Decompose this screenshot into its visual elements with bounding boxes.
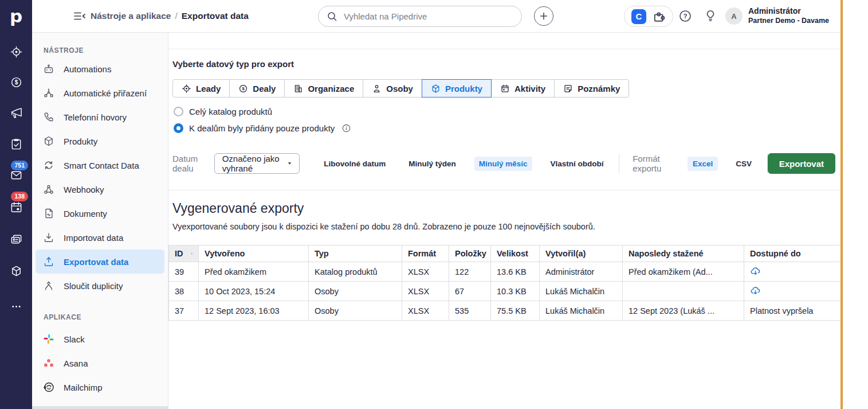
orange-edge-divider bbox=[840, 0, 843, 409]
quick-option-custom-period[interactable]: Vlastní období bbox=[546, 157, 608, 171]
global-search[interactable] bbox=[318, 6, 522, 27]
sort-desc-icon bbox=[191, 250, 193, 258]
cloud-download-icon[interactable] bbox=[750, 266, 761, 277]
page-title: Exportovat data bbox=[182, 11, 249, 21]
sidebar-item-label: Smart Contact Data bbox=[64, 161, 139, 170]
cell-last-downloaded: 12 Sept 2023 (Lukáš ... bbox=[623, 301, 744, 321]
rail-contacts-icon[interactable] bbox=[0, 233, 32, 246]
column-header-size[interactable]: Velikost bbox=[491, 246, 540, 262]
radio-full-catalog[interactable]: Celý katalog produktů bbox=[174, 107, 272, 116]
table-row: 39 Před okamžikem Katalog produktů XLSX … bbox=[169, 262, 841, 282]
phone-icon bbox=[43, 111, 54, 123]
sidebar-item-import-data[interactable]: Importovat data bbox=[36, 225, 164, 250]
rail-mail-icon[interactable] bbox=[0, 169, 32, 182]
sidebar-item-asana[interactable]: Asana bbox=[36, 351, 164, 375]
tab-poznamky[interactable]: Poznámky bbox=[554, 79, 629, 98]
app-rail: p $ 751 138 bbox=[0, 0, 32, 409]
data-type-tabs: Leady $ Dealy Organizace Osoby Produkty … bbox=[172, 79, 629, 98]
info-icon[interactable] bbox=[341, 123, 351, 133]
collapse-sidebar-icon[interactable] bbox=[73, 10, 86, 22]
sidebar-item-mailchimp[interactable]: Mailchimp bbox=[36, 375, 164, 399]
cell-available: Platnost vypršela bbox=[744, 301, 841, 321]
building-icon bbox=[293, 84, 303, 94]
cell-type: Katalog produktů bbox=[309, 262, 402, 282]
tab-label: Osoby bbox=[386, 84, 413, 94]
tab-label: Poznámky bbox=[578, 84, 620, 94]
sidebar-item-export-data[interactable]: Exportovat data bbox=[36, 250, 164, 274]
rail-products-icon[interactable] bbox=[0, 264, 32, 278]
help-icon[interactable]: ? bbox=[678, 9, 692, 23]
tab-osoby[interactable]: Osoby bbox=[363, 79, 422, 98]
column-header-id[interactable]: ID bbox=[169, 246, 199, 262]
puzzle-icon[interactable] bbox=[652, 10, 666, 24]
document-icon bbox=[43, 208, 54, 219]
quick-option-last-month[interactable]: Minulý měsíc bbox=[474, 157, 532, 171]
rail-campaigns-icon[interactable] bbox=[0, 107, 32, 120]
rail-leads-icon[interactable] bbox=[0, 45, 32, 59]
table-header-row: ID Vytvořeno Typ Formát Položky Velikost… bbox=[169, 246, 841, 262]
quick-option-last-week[interactable]: Minulý týden bbox=[404, 157, 461, 171]
breadcrumb-separator: / bbox=[175, 11, 177, 21]
table-row: 37 12 Sept 2023, 16:03 Osoby XLSX 535 75… bbox=[169, 301, 841, 321]
deal-date-dropdown[interactable]: Označeno jako vyhrané bbox=[214, 153, 300, 174]
tab-produkty[interactable]: Produkty bbox=[422, 79, 492, 98]
mail-badge: 751 bbox=[11, 161, 28, 170]
plus-icon bbox=[539, 11, 549, 21]
sidebar-item-products[interactable]: Produkty bbox=[36, 129, 164, 153]
cell-last-downloaded bbox=[623, 282, 744, 301]
column-header-type[interactable]: Typ bbox=[309, 246, 402, 262]
tab-organizace[interactable]: Organizace bbox=[284, 79, 363, 98]
asana-icon bbox=[43, 357, 54, 369]
calendar-badge: 138 bbox=[11, 192, 28, 201]
sidebar-item-label: Webhooky bbox=[64, 185, 104, 194]
auto-assign-icon bbox=[43, 87, 54, 99]
format-option-excel[interactable]: Excel bbox=[688, 157, 718, 171]
exports-table: ID Vytvořeno Typ Formát Položky Velikost… bbox=[168, 245, 841, 321]
radio-deal-products-only[interactable]: K dealům byly přidány pouze produkty bbox=[174, 123, 351, 133]
export-icon bbox=[43, 256, 54, 267]
avatar[interactable]: A bbox=[725, 7, 743, 25]
format-option-csv[interactable]: CSV bbox=[730, 157, 757, 171]
cloud-download-icon[interactable] bbox=[750, 286, 761, 297]
cell-id: 38 bbox=[169, 282, 199, 301]
export-button[interactable]: Exportovat bbox=[768, 153, 835, 174]
generated-exports-description: Vyexportované soubory jsou k dispozici k… bbox=[172, 222, 595, 231]
radio-circle-selected[interactable] bbox=[174, 123, 183, 133]
pipedrive-logo[interactable]: p bbox=[0, 0, 32, 32]
tab-aktivity[interactable]: Aktivity bbox=[491, 79, 555, 98]
column-header-created[interactable]: Vytvořeno bbox=[199, 246, 309, 262]
sidebar-item-auto-assign[interactable]: Automatické přiřazení bbox=[36, 81, 164, 105]
rail-tasks-icon[interactable] bbox=[0, 138, 32, 151]
sidebar-item-calls[interactable]: Telefonní hovory bbox=[36, 105, 164, 129]
c-app-icon[interactable]: C bbox=[631, 9, 646, 24]
breadcrumb-section[interactable]: Nástroje a aplikace bbox=[91, 11, 171, 21]
lightbulb-icon[interactable] bbox=[704, 9, 717, 23]
user-box[interactable]: Administrátor Partner Demo - Davame bbox=[748, 6, 829, 26]
column-header-available-until[interactable]: Dostupné do bbox=[744, 246, 841, 262]
sidebar-item-automations[interactable]: Automations bbox=[36, 57, 164, 81]
rail-deals-icon[interactable]: $ bbox=[0, 76, 32, 89]
column-header-last-downloaded[interactable]: Naposledy stažené bbox=[623, 246, 744, 262]
note-icon bbox=[563, 84, 573, 94]
sidebar-item-slack[interactable]: Slack bbox=[36, 327, 164, 351]
sidebar-item-documents[interactable]: Dokumenty bbox=[36, 201, 164, 225]
column-header-items[interactable]: Položky bbox=[449, 246, 491, 262]
tab-dealy[interactable]: $ Dealy bbox=[229, 79, 285, 98]
quick-add-button[interactable] bbox=[534, 6, 553, 26]
column-header-creator[interactable]: Vytvořil(a) bbox=[540, 246, 623, 262]
rail-more-icon[interactable] bbox=[0, 300, 32, 313]
rail-calendar-icon[interactable] bbox=[0, 201, 32, 214]
radio-circle[interactable] bbox=[174, 107, 183, 116]
search-input[interactable] bbox=[344, 11, 504, 21]
tab-label: Leady bbox=[196, 84, 221, 94]
tab-leady[interactable]: Leady bbox=[172, 79, 230, 98]
sidebar-item-webhooks[interactable]: Webhooky bbox=[36, 177, 164, 201]
column-header-format[interactable]: Formát bbox=[402, 246, 449, 262]
tab-label: Produkty bbox=[445, 84, 482, 94]
slack-icon bbox=[43, 333, 54, 345]
calendar-icon bbox=[500, 84, 510, 94]
sidebar-item-smart-contact-data[interactable]: Smart Contact Data bbox=[36, 153, 164, 177]
quick-option-any-date[interactable]: Libovolné datum bbox=[319, 157, 390, 171]
merge-icon bbox=[43, 280, 54, 291]
sidebar-item-merge-duplicates[interactable]: Sloučit duplicity bbox=[36, 274, 164, 298]
